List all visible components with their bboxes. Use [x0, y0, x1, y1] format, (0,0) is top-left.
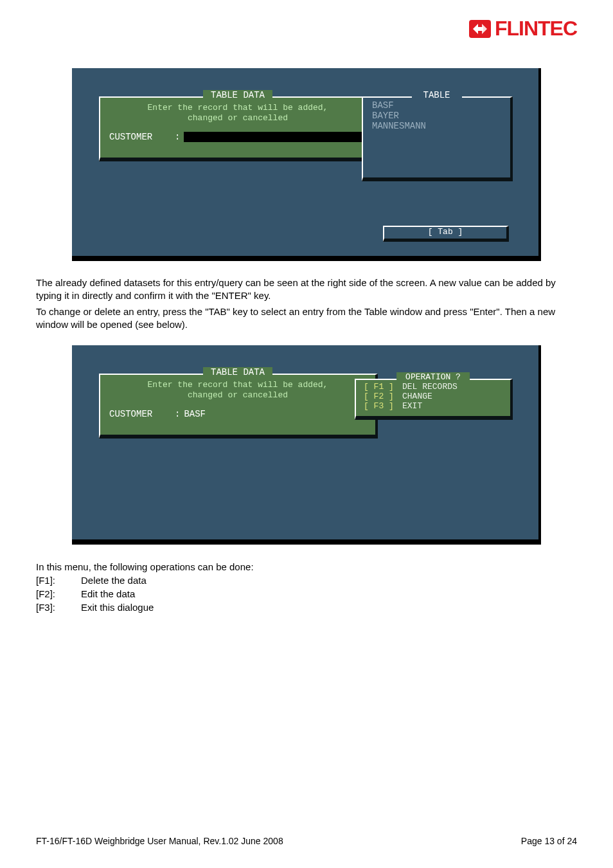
op-row-f3[interactable]: [ F3 ] EXIT [364, 401, 504, 411]
customer-field-row: CUSTOMER : BASF [109, 409, 366, 419]
fkeys-intro: In this menu, the following operations c… [36, 560, 577, 574]
op-key: [ F3 ] [364, 401, 402, 411]
tab-button[interactable]: [ Tab ] [383, 226, 509, 242]
fkey-row: [F2]: Edit the data [36, 587, 577, 601]
page-footer: FT-16/FT-16D Weighbridge User Manual, Re… [36, 836, 577, 846]
operation-title: OPERATION ? [396, 372, 470, 382]
op-label: DEL RECORDS [402, 382, 458, 392]
fkey-row: [F1]: Delete the data [36, 574, 577, 587]
table-list-item[interactable]: BASF [372, 100, 504, 111]
logo-mark-icon [469, 20, 491, 38]
footer-left: FT-16/FT-16D Weighbridge User Manual, Re… [36, 836, 283, 846]
op-key: [ F1 ] [364, 382, 402, 392]
fkey-desc: Exit this dialogue [81, 601, 154, 614]
customer-field-row: CUSTOMER : [109, 132, 366, 142]
table-list-title: TABLE [411, 90, 461, 100]
footer-right: Page 13 of 24 [521, 836, 577, 846]
op-row-f2[interactable]: [ F2 ] CHANGE [364, 392, 504, 401]
op-key: [ F2 ] [364, 392, 402, 401]
fkey-desc: Delete the data [81, 574, 147, 587]
panel-title: TABLE DATA [203, 367, 272, 377]
customer-input[interactable] [184, 132, 366, 142]
fkey-row: [F3]: Exit this dialogue [36, 601, 577, 614]
fkey-key: [F3]: [36, 601, 81, 614]
customer-label: CUSTOMER [109, 132, 171, 142]
operation-panel: OPERATION ? [ F1 ] DEL RECORDS [ F2 ] CH… [355, 379, 513, 420]
paragraph-1: The already defined datasets for this en… [36, 276, 577, 303]
brand-name: FLINTEC [495, 17, 577, 41]
table-list-item[interactable]: MANNESMANN [372, 121, 504, 131]
customer-value: BASF [184, 409, 206, 419]
table-list-panel: TABLE BASF BAYER MANNESMANN [362, 96, 513, 181]
terminal-screenshot-1: TABLE DATA Enter the record that will be… [72, 68, 541, 261]
fkey-key: [F2]: [36, 587, 81, 601]
table-data-panel: TABLE DATA Enter the record that will be… [99, 96, 378, 161]
table-data-panel: TABLE DATA Enter the record that will be… [99, 374, 378, 439]
terminal-screenshot-2: TABLE DATA Enter the record that will be… [72, 345, 541, 545]
brand-logo: FLINTEC [469, 17, 577, 41]
fkey-desc: Edit the data [81, 587, 135, 601]
table-list-item[interactable]: BAYER [372, 111, 504, 121]
op-label: CHANGE [402, 392, 432, 401]
panel-title: TABLE DATA [203, 90, 272, 100]
fkey-key: [F1]: [36, 574, 81, 587]
panel-hint: Enter the record that will be added, cha… [109, 103, 366, 123]
op-row-f1[interactable]: [ F1 ] DEL RECORDS [364, 382, 504, 392]
paragraph-2: To change or delete an entry, press the … [36, 305, 577, 332]
panel-hint: Enter the record that will be added, cha… [109, 380, 366, 400]
customer-label: CUSTOMER [109, 409, 171, 419]
op-label: EXIT [402, 401, 422, 411]
